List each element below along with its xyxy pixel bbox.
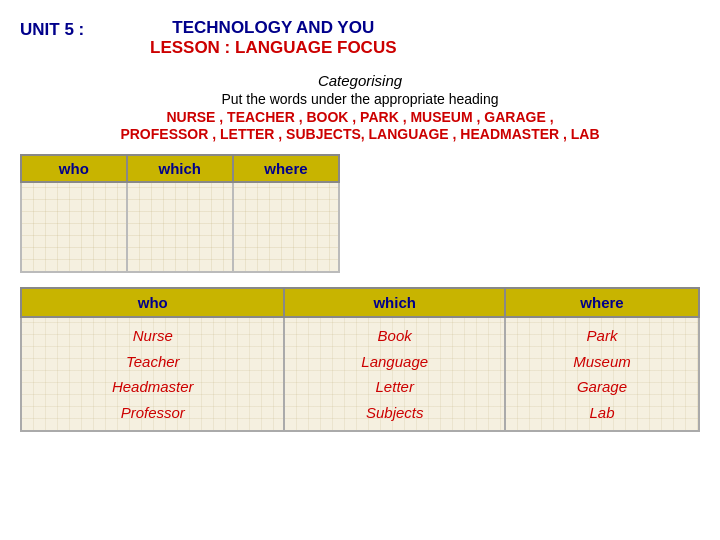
top-cell-who — [21, 182, 127, 272]
answer-item: Book — [289, 323, 500, 349]
top-header-who: who — [21, 155, 127, 182]
top-cell-where — [233, 182, 339, 272]
title-line2: LESSON : LANGUAGE FOCUS — [150, 38, 397, 58]
answer-item: Teacher — [26, 349, 279, 375]
top-header-which: which — [127, 155, 233, 182]
bottom-header-which: which — [284, 288, 505, 317]
answer-item: Lab — [510, 400, 694, 426]
word-list-2: PROFESSOR , LETTER , SUBJECTS, LANGUAGE … — [20, 126, 700, 142]
bottom-header-who: who — [21, 288, 284, 317]
instruction-text: Put the words under the appropriate head… — [20, 91, 700, 107]
answer-item: Professor — [26, 400, 279, 426]
title-line1: TECHNOLOGY AND YOU — [172, 18, 374, 38]
answer-col-where: ParkMuseumGarageLab — [505, 317, 699, 431]
answer-item: Museum — [510, 349, 694, 375]
categorising-title: Categorising — [20, 72, 700, 89]
answer-item: Letter — [289, 374, 500, 400]
bottom-table: who which where NurseTeacherHeadmasterPr… — [20, 287, 700, 432]
intro-section: Categorising Put the words under the app… — [20, 72, 700, 142]
title-block: TECHNOLOGY AND YOU LESSON : LANGUAGE FOC… — [150, 18, 397, 58]
top-table: who which where — [20, 154, 340, 273]
top-header-where: where — [233, 155, 339, 182]
answer-item: Language — [289, 349, 500, 375]
unit-label: UNIT 5 : — [20, 18, 150, 40]
top-cell-which — [127, 182, 233, 272]
answer-item: Subjects — [289, 400, 500, 426]
bottom-header-where: where — [505, 288, 699, 317]
answer-col-which: BookLanguageLetterSubjects — [284, 317, 505, 431]
answer-item: Park — [510, 323, 694, 349]
word-list-1: NURSE , TEACHER , BOOK , PARK , MUSEUM ,… — [20, 109, 700, 125]
answer-item: Nurse — [26, 323, 279, 349]
answer-item: Garage — [510, 374, 694, 400]
top-table-wrap: who which where — [20, 154, 700, 273]
answer-item: Headmaster — [26, 374, 279, 400]
page: UNIT 5 : TECHNOLOGY AND YOU LESSON : LAN… — [0, 0, 720, 540]
header: UNIT 5 : TECHNOLOGY AND YOU LESSON : LAN… — [20, 10, 700, 64]
answer-col-who: NurseTeacherHeadmasterProfessor — [21, 317, 284, 431]
